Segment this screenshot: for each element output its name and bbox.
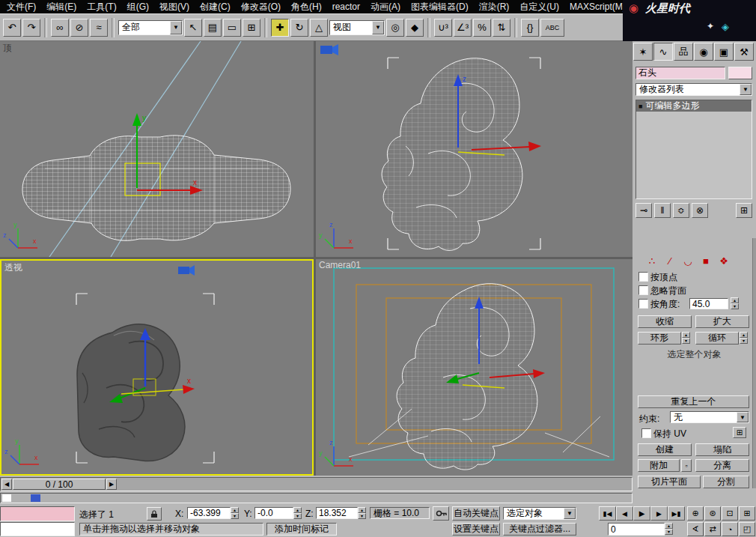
menu-item-character[interactable]: 角色(H)	[286, 0, 327, 14]
modifier-stack[interactable]: ■ 可编辑多边形	[635, 100, 752, 199]
slice-plane-button[interactable]: 切片平面	[638, 476, 701, 488]
arc-rotate-button[interactable]: ◔	[722, 522, 738, 536]
menu-item-edit[interactable]: 编辑(E)	[41, 0, 82, 14]
remove-modifier-button[interactable]: ⊗	[692, 203, 708, 218]
current-frame-field[interactable]: 0	[608, 523, 665, 536]
x-coordinate-field[interactable]: -63.399	[187, 507, 231, 519]
top-viewport-canvas[interactable]: y x y x z	[0, 41, 314, 257]
percent-snap-button[interactable]: %	[473, 19, 491, 37]
maxscript-listener-macro[interactable]	[0, 506, 75, 521]
spin-down-icon[interactable]: ▾	[682, 338, 690, 344]
next-frame-button[interactable]: ▶	[650, 506, 668, 521]
angle-value-field[interactable]: 45.0	[689, 298, 728, 309]
chevron-down-icon[interactable]: ▼	[737, 412, 749, 422]
spin-up-icon[interactable]: ▴	[740, 332, 748, 338]
zoom-button[interactable]: ⊕	[687, 506, 704, 521]
modifier-stack-item[interactable]: ■ 可编辑多边形	[636, 100, 752, 112]
subobject-border-button[interactable]: ◡	[680, 254, 695, 267]
spin-up-icon[interactable]: ▴	[231, 507, 239, 513]
loop-spinner[interactable]: ▴▾	[740, 332, 748, 344]
z-spinner[interactable]: ▴▾	[358, 507, 366, 519]
spin-down-icon[interactable]: ▾	[293, 513, 302, 519]
select-and-move-button[interactable]: ✚	[271, 19, 289, 37]
viewport-top-label[interactable]: 顶	[3, 42, 12, 55]
subobject-polygon-button[interactable]: ■	[698, 254, 713, 267]
modifier-list-dropdown[interactable]: 修改器列表 ▼	[635, 83, 752, 96]
constraints-dropdown[interactable]: 无 ▼	[670, 411, 749, 423]
track-bar-key-marker[interactable]	[31, 494, 40, 502]
spin-down-icon[interactable]: ▾	[740, 338, 748, 344]
preserve-uv-settings-button[interactable]: ⊞	[733, 427, 746, 438]
menu-item-group[interactable]: 组(G)	[122, 0, 154, 14]
menu-item-modifiers[interactable]: 修改器(O)	[236, 0, 286, 14]
tab-motion[interactable]: ◉	[694, 43, 713, 61]
angle-snap-button[interactable]: ∠³	[454, 19, 472, 37]
selection-filter-dropdown[interactable]: 全部 ▼	[118, 20, 183, 35]
spin-up-icon[interactable]: ▴	[293, 507, 302, 513]
auto-key-button[interactable]: 自动关键点	[452, 506, 500, 521]
track-bar[interactable]	[0, 493, 632, 503]
tab-create[interactable]: ✶	[633, 43, 653, 61]
panel-scrollbar[interactable]	[752, 238, 756, 488]
object-color-swatch[interactable]	[728, 67, 752, 79]
selection-region-button[interactable]: ▭	[223, 19, 241, 37]
camera-object-icon[interactable]	[320, 44, 338, 55]
viewport-camera[interactable]: Camera01	[316, 259, 632, 476]
menu-item-animation[interactable]: 动画(A)	[365, 0, 406, 14]
named-selection-button[interactable]: ABC	[540, 19, 564, 37]
spin-up-icon[interactable]: ▴	[731, 297, 739, 303]
select-and-link-button[interactable]: ∞	[51, 19, 69, 37]
subobject-element-button[interactable]: ❖	[716, 254, 731, 267]
shrink-button[interactable]: 收缩	[638, 315, 692, 328]
split-button[interactable]: 分割	[703, 476, 749, 488]
spin-up-icon[interactable]: ▴	[682, 332, 690, 338]
undo-button[interactable]: ↶	[3, 19, 21, 37]
set-key-button[interactable]: 设置关键点	[452, 523, 500, 536]
camera-object-icon[interactable]	[178, 265, 195, 276]
menu-item-rendering[interactable]: 渲染(R)	[474, 0, 515, 14]
x-spinner[interactable]: ▴▾	[231, 507, 239, 519]
previous-frame-button[interactable]: ◀	[1, 479, 12, 490]
key-filter-target-dropdown[interactable]: 选定对象 ▼	[503, 507, 576, 520]
zoom-extents-button[interactable]: ⊡	[722, 506, 738, 521]
tab-utilities[interactable]: ⚒	[734, 43, 754, 61]
by-vertex-checkbox[interactable]	[638, 272, 648, 282]
unlink-selection-button[interactable]: ⊘	[70, 19, 88, 37]
make-unique-button[interactable]: ≎	[673, 203, 689, 218]
menu-item-create[interactable]: 创建(C)	[195, 0, 236, 14]
ring-spinner[interactable]: ▴▾	[682, 332, 690, 344]
detach-button[interactable]: 分离	[695, 459, 749, 472]
field-of-view-button[interactable]: ∢	[687, 522, 704, 536]
next-frame-button[interactable]: ▶	[106, 479, 117, 490]
grow-button[interactable]: 扩大	[695, 315, 749, 328]
previous-frame-button[interactable]: ◀	[616, 506, 633, 521]
selection-lock-button[interactable]	[147, 507, 162, 521]
set-keys-button[interactable]	[433, 506, 449, 521]
object-name-field[interactable]: 石头	[635, 67, 725, 79]
menu-item-views[interactable]: 视图(V)	[154, 0, 195, 14]
window-crossing-button[interactable]: ⊞	[243, 19, 260, 37]
camera-viewport-canvas[interactable]: z x y	[316, 259, 632, 476]
zoom-all-button[interactable]: ⊛	[704, 506, 721, 521]
y-coordinate-field[interactable]: -0.0	[254, 507, 293, 519]
edit-named-selections-button[interactable]: {}	[521, 19, 539, 37]
create-button[interactable]: 创建	[638, 443, 692, 456]
spin-down-icon[interactable]: ▾	[358, 513, 366, 519]
spin-down-icon[interactable]: ▾	[231, 513, 239, 519]
subobject-edge-button[interactable]: ∕	[662, 254, 677, 267]
menu-item-reactor[interactable]: reactor	[327, 1, 365, 13]
viewport-front[interactable]: z z x y	[316, 41, 632, 257]
menu-item-graph-editors[interactable]: 图表编辑器(D)	[406, 0, 474, 14]
spin-down-icon[interactable]: ▾	[731, 303, 739, 309]
use-pivot-center-button[interactable]: ◎	[386, 19, 404, 37]
model-shaded[interactable]	[77, 324, 185, 461]
attach-button[interactable]: 附加	[638, 459, 680, 472]
go-to-end-button[interactable]: ▶▮	[668, 506, 685, 521]
model-wireframe-top[interactable]	[22, 136, 290, 240]
zoom-extents-all-button[interactable]: ⊞	[739, 506, 755, 521]
pin-stack-button[interactable]: ⊸	[635, 203, 652, 218]
repeat-last-button[interactable]: 重复上一个	[638, 395, 749, 408]
configure-modifier-sets-button[interactable]: ⊞	[736, 203, 752, 218]
chevron-down-icon[interactable]: ▼	[740, 84, 752, 95]
select-and-rotate-button[interactable]: ↻	[290, 19, 308, 37]
